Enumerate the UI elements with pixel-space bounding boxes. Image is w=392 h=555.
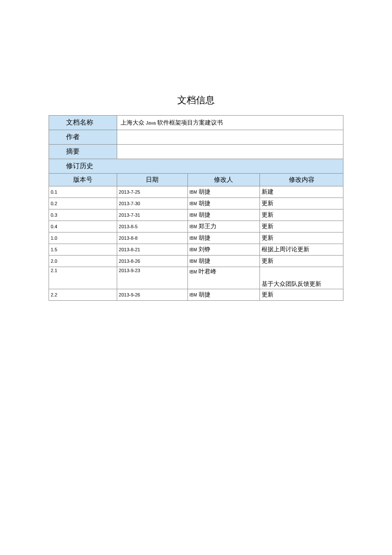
cell-modifier: IBM 郑王力 [187,221,260,232]
cell-version: 2.1 [49,267,117,289]
label-doc-name: 文档名称 [49,116,117,130]
cell-version: 0.1 [49,186,117,198]
cell-modifier: IBM 胡捷 [187,232,260,244]
table-row: 0.4 2013-8-5 IBM 郑王力 更新 [49,221,343,232]
label-summary: 摘要 [49,145,117,159]
col-modifier: 修改人 [187,174,260,186]
cell-modifier: IBM 胡捷 [187,186,260,198]
cell-content: 更新 [260,256,343,267]
cell-date: 2013-9-26 [117,289,187,301]
cell-date: 2013-8-21 [117,244,187,256]
table-row: 1.5 2013-8-21 IBM 刘铮 根据上周讨论更新 [49,244,343,256]
cell-content: 更新 [260,209,343,221]
col-date: 日期 [117,174,187,186]
value-author [117,130,343,145]
row-history-header: 修订历史 [49,159,343,174]
row-doc-name: 文档名称 上海大众 Java 软件框架项目方案建议书 [49,116,343,130]
document-info-table: 文档名称 上海大众 Java 软件框架项目方案建议书 作者 摘要 修订历史 版本… [49,115,343,301]
table-row: 1.0 2013-8-8 IBM 胡捷 更新 [49,232,343,244]
cell-version: 1.5 [49,244,117,256]
table-row: 0.2 2013-7-30 IBM 胡捷 更新 [49,198,343,209]
cell-date: 2013-9-23 [117,267,187,289]
row-author: 作者 [49,130,343,145]
cell-modifier: IBM 胡捷 [187,289,260,301]
cell-modifier: IBM 胡捷 [187,198,260,209]
cell-date: 2013-8-5 [117,221,187,232]
cell-version: 2.2 [49,289,117,301]
cell-version: 0.3 [49,209,117,221]
table-row: 2.1 2013-9-23 IBM 叶君峰 基于大众团队反馈更新 [49,267,343,289]
cell-date: 2013-7-25 [117,186,187,198]
row-summary: 摘要 [49,145,343,159]
table-row: 2.2 2013-9-26 IBM 胡捷 更新 [49,289,343,301]
cell-date: 2013-8-8 [117,232,187,244]
cell-version: 1.0 [49,232,117,244]
cell-content: 更新 [260,232,343,244]
cell-date: 2013-7-31 [117,209,187,221]
value-summary [117,145,343,159]
cell-content: 更新 [260,221,343,232]
cell-content: 新建 [260,186,343,198]
table-row: 0.1 2013-7-25 IBM 胡捷 新建 [49,186,343,198]
table-row: 0.3 2013-7-31 IBM 胡捷 更新 [49,209,343,221]
cell-version: 0.4 [49,221,117,232]
cell-content: 根据上周讨论更新 [260,244,343,256]
page-title: 文档信息 [0,0,392,115]
label-history: 修订历史 [49,159,343,174]
value-doc-name: 上海大众 Java 软件框架项目方案建议书 [117,116,343,130]
cell-modifier: IBM 刘铮 [187,244,260,256]
cell-content: 基于大众团队反馈更新 [260,267,343,289]
col-version: 版本号 [49,174,117,186]
cell-content: 更新 [260,289,343,301]
cell-date: 2013-8-26 [117,256,187,267]
cell-modifier: IBM 胡捷 [187,256,260,267]
row-column-headers: 版本号 日期 修改人 修改内容 [49,174,343,186]
cell-modifier: IBM 胡捷 [187,209,260,221]
cell-modifier: IBM 叶君峰 [187,267,260,289]
col-content: 修改内容 [260,174,343,186]
cell-content: 更新 [260,198,343,209]
table-row: 2.0 2013-8-26 IBM 胡捷 更新 [49,256,343,267]
cell-version: 2.0 [49,256,117,267]
cell-date: 2013-7-30 [117,198,187,209]
cell-version: 0.2 [49,198,117,209]
label-author: 作者 [49,130,117,145]
